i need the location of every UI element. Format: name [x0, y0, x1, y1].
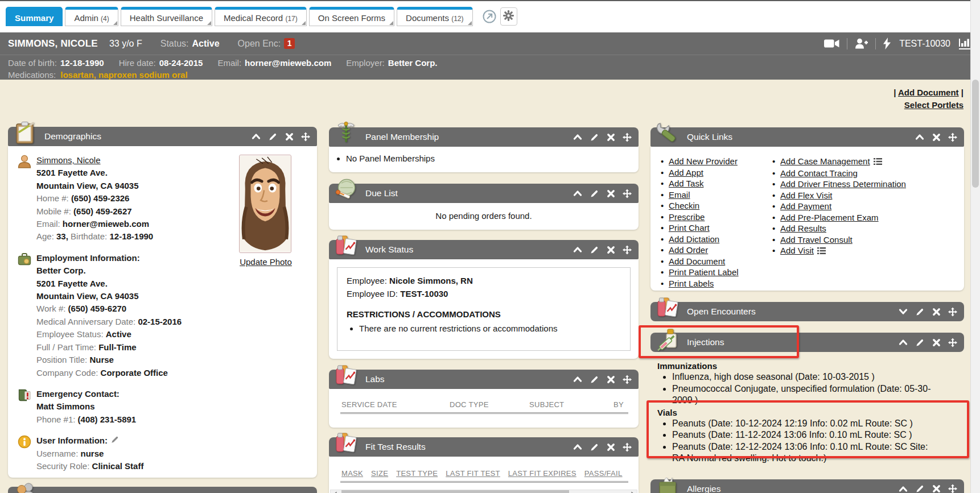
quick-link[interactable]: Add Payment	[780, 201, 831, 211]
close-icon[interactable]	[932, 484, 941, 493]
popout-icon[interactable]	[482, 9, 497, 24]
edit-icon[interactable]	[590, 132, 599, 142]
scrollbar-thumb[interactable]	[972, 80, 979, 188]
update-photo-link[interactable]: Update Photo	[240, 257, 292, 267]
patient-name-link[interactable]: Simmons, Nicole	[36, 155, 101, 165]
scroll-left-arrow[interactable]	[331, 490, 339, 493]
emergency-contact-icon	[17, 388, 32, 426]
scrollbar-thumb[interactable]	[341, 490, 569, 493]
move-icon[interactable]	[301, 132, 310, 141]
column-header-link[interactable]: MASK	[341, 469, 363, 478]
move-icon[interactable]	[623, 245, 632, 254]
quick-link[interactable]: Print Labels	[669, 279, 714, 288]
close-icon[interactable]	[606, 442, 615, 451]
quick-link[interactable]: Add Flex Visit	[780, 190, 832, 200]
quick-link[interactable]: Add Order	[669, 245, 708, 255]
column-header-link[interactable]: SIZE	[371, 469, 388, 478]
column-header-link[interactable]: LAST FIT TEST	[446, 469, 500, 478]
tab-health-surveillance[interactable]: Health Surveillance	[121, 7, 212, 26]
edit-icon[interactable]	[915, 484, 924, 493]
person-add-icon[interactable]	[855, 38, 868, 49]
tab-on-screen-forms[interactable]: On Screen Forms	[309, 7, 394, 26]
quick-link[interactable]: Add Task	[669, 179, 703, 188]
quick-link[interactable]: Add Results	[780, 223, 826, 233]
collapse-icon[interactable]	[573, 375, 582, 384]
edit-icon[interactable]	[590, 375, 599, 384]
collapse-icon[interactable]	[899, 338, 908, 347]
close-icon[interactable]	[932, 307, 941, 316]
quick-link[interactable]: Add Driver Fitness Determination	[780, 179, 906, 189]
column-header-link[interactable]: PASS/FAIL	[584, 469, 623, 478]
tab-documents[interactable]: Documents (12)	[397, 7, 472, 26]
collapse-icon[interactable]	[899, 484, 908, 493]
tab-admin[interactable]: Admin (4)	[65, 7, 118, 26]
edit-icon[interactable]	[268, 132, 277, 141]
employee-value: Nicole Simmons, RN	[389, 276, 473, 285]
medication-link[interactable]: losartan	[60, 70, 98, 80]
move-icon[interactable]	[623, 375, 632, 384]
quick-link[interactable]: Print Patient Label	[669, 267, 739, 277]
quick-link[interactable]: Add Visit	[780, 246, 814, 255]
quick-link[interactable]: Add Case Management	[780, 156, 870, 166]
close-icon[interactable]	[932, 132, 941, 142]
move-icon[interactable]	[948, 338, 957, 347]
open-encounters-badge[interactable]: 1	[284, 38, 295, 49]
quick-link[interactable]: Add Pre-Placement Exam	[780, 213, 879, 222]
close-icon[interactable]	[285, 132, 294, 141]
tab-medical-record[interactable]: Medical Record (17)	[215, 7, 307, 26]
menu-list-icon[interactable]	[817, 246, 826, 256]
close-icon[interactable]	[606, 132, 615, 142]
move-icon[interactable]	[948, 484, 957, 493]
column-header-link[interactable]: TEST TYPE	[396, 469, 438, 478]
close-icon[interactable]	[932, 338, 941, 347]
edit-icon[interactable]	[590, 245, 599, 254]
collapse-icon[interactable]	[915, 132, 924, 142]
quick-link[interactable]: Prescribe	[669, 212, 705, 222]
move-icon[interactable]	[948, 132, 957, 142]
tab-count: (4)	[101, 15, 109, 23]
medical-anniversary-label: Medical Anniversary Date:	[36, 317, 135, 326]
move-icon[interactable]	[623, 442, 632, 451]
collapse-icon[interactable]	[573, 245, 582, 254]
collapse-icon[interactable]	[252, 132, 261, 141]
quick-link[interactable]: Print Chart	[669, 223, 710, 233]
edit-icon[interactable]	[915, 338, 924, 347]
tab-summary[interactable]: Summary	[6, 7, 63, 26]
quick-link[interactable]: Checkin	[669, 201, 699, 210]
horizontal-scrollbar[interactable]	[330, 490, 637, 493]
close-icon[interactable]	[606, 375, 615, 384]
move-icon[interactable]	[623, 132, 632, 142]
full-part-time-value: Full-Time	[98, 342, 136, 352]
vial-item: Peanuts (Date: 10-12-2024 12:19 Info: 0.…	[672, 418, 933, 430]
portlet-area: | Add Document | Select Portlets Demogra…	[0, 80, 970, 493]
menu-list-icon[interactable]	[874, 156, 882, 167]
collapse-icon[interactable]	[573, 132, 582, 142]
quick-link[interactable]: Add Travel Consult	[780, 235, 853, 245]
quick-link[interactable]: Add Dictation	[669, 234, 719, 244]
expand-icon[interactable]	[899, 307, 908, 316]
edit-icon[interactable]	[590, 189, 599, 198]
settings-gear-button[interactable]	[500, 7, 517, 26]
close-icon[interactable]	[606, 189, 615, 198]
close-icon[interactable]	[606, 245, 615, 254]
edit-icon[interactable]	[590, 442, 599, 451]
lightning-bolt-icon[interactable]	[883, 38, 891, 49]
collapse-icon[interactable]	[573, 189, 582, 198]
move-icon[interactable]	[948, 307, 957, 316]
video-camera-icon[interactable]	[824, 39, 839, 48]
quick-link[interactable]: Add New Provider	[669, 156, 738, 166]
medication-link[interactable]: naproxen sodium oral	[98, 70, 188, 80]
column-header-link[interactable]: LAST FIT EXPIRES	[508, 469, 577, 478]
edit-icon[interactable]	[915, 307, 924, 316]
quick-link[interactable]: Add Document	[669, 256, 725, 266]
quick-link[interactable]: Add Contact Tracing	[780, 168, 858, 178]
scroll-right-arrow[interactable]	[628, 490, 637, 493]
employment-heading: Employment Information:	[36, 252, 182, 264]
patient-id: TEST-10030	[899, 39, 950, 49]
quick-link[interactable]: Email	[669, 190, 690, 200]
edit-user-info-icon[interactable]	[111, 434, 119, 447]
move-icon[interactable]	[623, 189, 632, 198]
quick-link[interactable]: Add Appt	[669, 168, 703, 177]
vertical-scrollbar[interactable]	[970, 0, 980, 493]
collapse-icon[interactable]	[573, 442, 582, 451]
